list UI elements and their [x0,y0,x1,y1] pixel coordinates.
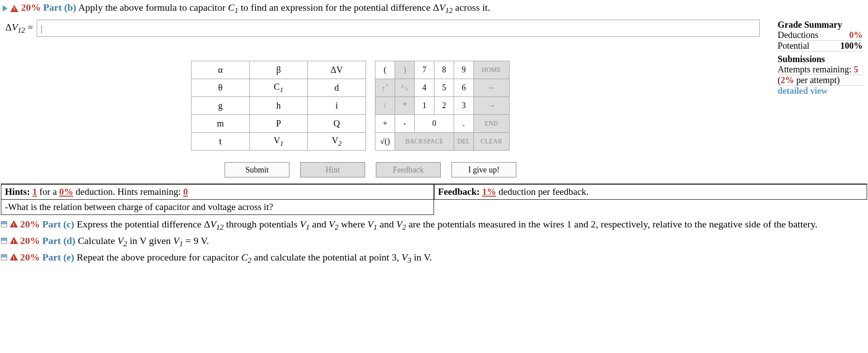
warn-icon [10,237,18,244]
key-left: ← [474,79,510,97]
key-0[interactable]: 0 [415,115,454,133]
submissions-title: Submissions [778,54,863,64]
part-c-label: Part (c) [43,219,74,230]
key-g[interactable]: g [191,97,250,115]
warn-icon [10,220,18,227]
key-V1[interactable]: V1 [250,133,308,151]
key-end: END [474,115,510,133]
key-t[interactable]: t [191,133,250,151]
key-Q[interactable]: Q [308,115,366,133]
hints-header: Hints: 1 for a 0% deduction. Hints remai… [1,185,434,200]
key-d[interactable]: d [308,79,366,97]
warn-icon [10,253,18,261]
hints-feedback-row: Hints: 1 for a 0% deduction. Hints remai… [1,184,867,200]
part-label: Part (b) [43,2,77,13]
part-c-percent: 20% [20,219,40,230]
keypads: α β ΔV θ C1 d g h i m P Q t V1 V [191,61,510,151]
collapse-icon[interactable] [1,221,7,227]
key-theta[interactable]: θ [191,79,250,97]
key-P[interactable]: P [250,115,308,133]
key-sqrt[interactable]: √() [375,133,395,151]
potential-label: Potential [778,41,809,51]
submit-button[interactable]: Submit [225,162,289,177]
hint-button[interactable]: Hint [300,162,365,177]
part-prompt: Apply the above formula to capacitor C1 … [78,2,490,13]
grade-title: Grade Summary [778,20,863,30]
attempts-value: 5 [854,64,858,74]
key-rparen: ) [395,61,415,79]
answer-input[interactable] [37,20,760,37]
feedback-pct: 1% [482,186,497,197]
key-3[interactable]: 3 [454,97,474,115]
key-sub-down: ^↓ [395,79,415,97]
key-8[interactable]: 8 [434,61,454,79]
key-7[interactable]: 7 [415,61,434,79]
symbol-keypad: α β ΔV θ C1 d g h i m P Q t V1 V [191,61,366,151]
key-4[interactable]: 4 [415,79,434,97]
attempts-label: Attempts remaining: [778,64,854,74]
grade-summary: Grade Summary Deductions 0% Potential 10… [764,20,867,51]
collapse-icon[interactable] [1,238,7,244]
key-slash: / [375,97,395,115]
key-clear[interactable]: CLEAR [474,133,510,151]
key-del[interactable]: DEL [454,133,474,151]
per-attempt-pct: 2% [781,75,794,85]
key-star: * [395,97,415,115]
part-e-percent: 20% [20,252,40,263]
expand-icon[interactable] [3,5,8,12]
key-6[interactable]: 6 [454,79,474,97]
key-beta[interactable]: β [250,61,308,79]
deductions-value: 0% [849,30,863,40]
potential-value: 100% [840,41,863,50]
hints-count: 1 [32,186,37,197]
detailed-view-link[interactable]: detailed view [778,86,863,96]
numeric-keypad: ( ) 7 8 9 HOME ↑^ ^↓ 4 5 6 ← / * 1 2 3 [375,61,510,151]
key-9[interactable]: 9 [454,61,474,79]
action-buttons: Submit Hint Feedback I give up! [225,162,867,177]
key-lparen[interactable]: ( [375,61,395,79]
key-5[interactable]: 5 [434,79,454,97]
key-V2[interactable]: V2 [308,133,366,151]
hints-remaining: 0 [183,186,188,197]
collapse-icon[interactable] [1,254,7,261]
part-b-header: 20% Part (b) Apply the above formula to … [1,1,867,16]
key-home: HOME [474,61,510,79]
key-h[interactable]: h [250,97,308,115]
key-i[interactable]: i [308,97,366,115]
hint-body: -What is the relation between charge of … [1,200,434,215]
equation-area: ΔV12 = [1,20,764,37]
key-minus[interactable]: - [395,115,415,133]
equation-lhs: ΔV12 = [5,21,33,35]
feedback-button[interactable]: Feedback [376,162,441,177]
key-m[interactable]: m [191,115,250,133]
part-percent: 20% [21,2,41,13]
hints-pct: 0% [59,186,73,197]
warn-icon [10,5,18,12]
feedback-header: Feedback: 1% deduction per feedback. [434,185,867,200]
submissions-box: Submissions Attempts remaining: 5 (2% pe… [764,54,867,151]
key-alpha[interactable]: α [191,61,250,79]
deductions-label: Deductions [778,30,818,40]
key-sup-up: ↑^ [375,79,395,97]
key-C1[interactable]: C1 [250,79,308,97]
key-2[interactable]: 2 [434,97,454,115]
part-d-percent: 20% [20,235,40,246]
key-1[interactable]: 1 [415,97,434,115]
key-right: → [474,97,510,115]
part-e-label: Part (e) [43,252,74,263]
key-plus[interactable]: + [375,115,395,133]
part-d-label: Part (d) [43,235,76,246]
giveup-button[interactable]: I give up! [451,162,516,177]
other-parts: 20% Part (c) Express the potential diffe… [1,215,867,266]
key-dot[interactable]: . [454,115,474,133]
key-deltaV[interactable]: ΔV [308,61,366,79]
key-backspace[interactable]: BACKSPACE [395,133,454,151]
